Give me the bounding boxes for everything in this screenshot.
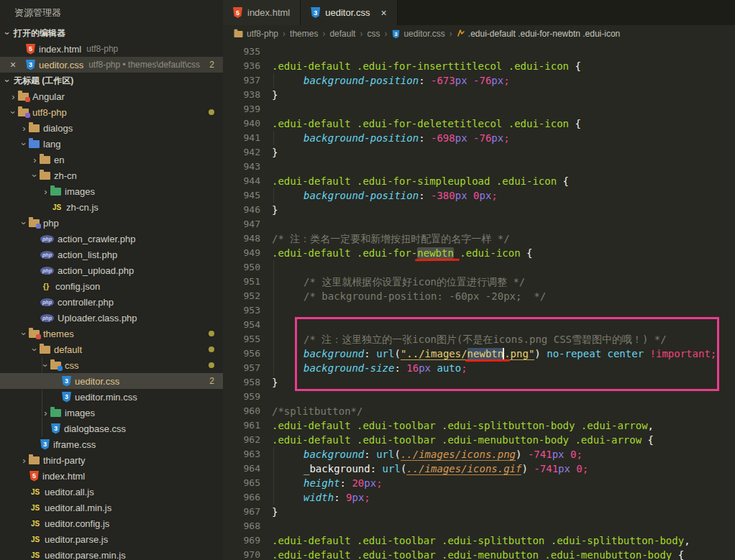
code-area[interactable]: 935936.edui-default .edui-for-inserttitl… — [223, 42, 735, 560]
code-line[interactable]: 942} — [223, 145, 735, 160]
tree-item-ueditor.all.min.js[interactable]: JSueditor.all.min.js — [0, 500, 223, 515]
code-line[interactable]: 967} — [223, 505, 735, 519]
line-number[interactable]: 959 — [223, 390, 260, 404]
code-line[interactable]: 953 — [223, 303, 735, 318]
tree-item-css[interactable]: ›css — [0, 357, 223, 373]
tab-index.html[interactable]: 5index.html — [223, 0, 301, 25]
line-number[interactable]: 968 — [223, 519, 260, 533]
line-number[interactable]: 950 — [223, 260, 260, 275]
open-editor-item-index.html[interactable]: 5index.htmlutf8-php — [0, 41, 223, 57]
chevron-down-icon[interactable]: › — [19, 139, 29, 149]
code-line[interactable]: 947 — [223, 217, 735, 231]
code-line[interactable]: 965 height: 20px; — [223, 476, 735, 490]
tree-item-ueditor.all.js[interactable]: JSueditor.all.js — [0, 484, 223, 500]
chevron-right-icon[interactable]: › — [19, 455, 29, 466]
line-number[interactable]: 938 — [223, 88, 260, 102]
line-number[interactable]: 940 — [223, 116, 260, 131]
line-number[interactable]: 942 — [223, 145, 260, 160]
tree-item-Uploader.class.php[interactable]: phpUploader.class.php — [0, 310, 223, 326]
line-number[interactable]: 937 — [223, 73, 260, 88]
code-line[interactable]: 938} — [223, 88, 735, 102]
tree-item-controller.php[interactable]: phpcontroller.php — [0, 294, 223, 310]
line-number[interactable]: 943 — [223, 160, 260, 174]
line-number[interactable]: 967 — [223, 505, 260, 519]
line-number[interactable]: 963 — [223, 447, 260, 462]
chevron-right-icon[interactable]: › — [9, 91, 18, 102]
code-line[interactable]: 966 width: 9px; — [223, 490, 735, 505]
chevron-down-icon[interactable]: › — [40, 361, 51, 370]
code-line[interactable]: 935 — [223, 45, 735, 59]
breadcrumb-item[interactable]: .edui-default .edui-for-newbtn .edui-ico… — [457, 29, 620, 40]
tree-item-images[interactable]: ›images — [0, 183, 223, 199]
code-line[interactable]: 955 /* 注：这里独立的一张icon图片(不是在icons.png CSS雪… — [223, 332, 735, 346]
line-number[interactable]: 949 — [223, 246, 260, 260]
line-number[interactable]: 939 — [223, 102, 260, 116]
tree-item-action_list.php[interactable]: phpaction_list.php — [0, 247, 223, 262]
tree-item-config.json[interactable]: {}config.json — [0, 278, 223, 294]
code-line[interactable]: 954 — [223, 318, 735, 332]
tree-item-utf8-php[interactable]: ›utf8-php — [0, 104, 223, 120]
tree-item-ueditor.css[interactable]: 3ueditor.css2 — [0, 373, 223, 389]
code-line[interactable]: 956 background: url("../images/newbtn.pn… — [223, 346, 735, 361]
code-line[interactable]: 950 — [223, 260, 735, 275]
line-number[interactable]: 954 — [223, 318, 260, 332]
tree-item-lang[interactable]: ›lang — [0, 136, 223, 152]
tree-item-ueditor.parse.js[interactable]: JSueditor.parse.js — [0, 531, 223, 547]
code-line[interactable]: 964 _background: url(../images/icons.gif… — [223, 462, 735, 476]
code-line[interactable]: 960/*splitbutton*/ — [223, 404, 735, 418]
code-line[interactable]: 969.edui-default .edui-toolbar .edui-spl… — [223, 533, 735, 548]
line-number[interactable]: 964 — [223, 462, 260, 476]
code-line[interactable]: 951 /* 这里就根据你设置好icon的位置进行调整 */ — [223, 275, 735, 289]
code-line[interactable]: 961.edui-default .edui-toolbar .edui-spl… — [223, 418, 735, 433]
code-line[interactable]: 948/* 注：类名一定要和新增按扭时配置的名字一样 */ — [223, 231, 735, 246]
code-line[interactable]: 939 — [223, 102, 735, 116]
code-line[interactable]: 937 background-position: -673px -76px; — [223, 73, 735, 88]
code-line[interactable]: 946} — [223, 203, 735, 217]
tree-item-en[interactable]: ›en — [0, 152, 223, 167]
breadcrumb-item[interactable]: css — [367, 29, 380, 39]
line-number[interactable]: 961 — [223, 418, 260, 433]
code-line[interactable]: 958} — [223, 375, 735, 390]
chevron-down-icon[interactable]: › — [29, 345, 40, 354]
line-number[interactable]: 944 — [223, 174, 260, 188]
tree-item-action_upload.php[interactable]: phpaction_upload.php — [0, 262, 223, 278]
tree-item-index.html[interactable]: 5index.html — [0, 468, 223, 484]
line-number[interactable]: 970 — [223, 548, 260, 560]
code-line[interactable]: 952 /* background-position: -60px -20px;… — [223, 289, 735, 303]
line-number[interactable]: 955 — [223, 332, 260, 346]
tree-item-Angular[interactable]: ›Angular — [0, 88, 223, 104]
chevron-down-icon[interactable]: › — [8, 108, 19, 117]
code-line[interactable]: 945 background-position: -380px 0px; — [223, 188, 735, 203]
breadcrumb-item[interactable]: 3ueditor.css — [391, 29, 444, 40]
tree-item-third-party[interactable]: ›third-party — [0, 452, 223, 468]
code-line[interactable]: 944.edui-default .edui-for-simpleupload … — [223, 174, 735, 188]
line-number[interactable]: 946 — [223, 203, 260, 217]
code-line[interactable]: 940.edui-default .edui-for-deletetitleco… — [223, 116, 735, 131]
close-icon[interactable]: × — [10, 57, 16, 73]
tree-item-action_crawler.php[interactable]: phpaction_crawler.php — [0, 231, 223, 247]
tree-item-php[interactable]: ›php — [0, 215, 223, 231]
chevron-down-icon[interactable]: › — [19, 329, 29, 339]
code-line[interactable]: 949.edui-default .edui-for-newbtn .edui-… — [223, 246, 735, 260]
breadcrumb-item[interactable]: default — [329, 29, 355, 39]
line-number[interactable]: 962 — [223, 433, 260, 447]
line-number[interactable]: 965 — [223, 476, 260, 490]
code-line[interactable]: 970.edui-default .edui-toolbar .edui-men… — [223, 548, 735, 560]
code-line[interactable]: 943 — [223, 160, 735, 174]
code-line[interactable]: 941 background-position: -698px -76px; — [223, 131, 735, 145]
code-line[interactable]: 957 background-size: 16px auto; — [223, 361, 735, 375]
code-line[interactable]: 959 — [223, 390, 735, 404]
workspace-header[interactable]: › 无标题 (工作区) — [0, 73, 223, 88]
open-editors-header[interactable]: › 打开的编辑器 — [0, 25, 223, 41]
line-number[interactable]: 960 — [223, 404, 260, 418]
chevron-right-icon[interactable]: › — [41, 408, 50, 418]
code-line[interactable]: 968 — [223, 519, 735, 533]
code-line[interactable]: 936.edui-default .edui-for-inserttitleco… — [223, 59, 735, 73]
line-number[interactable]: 945 — [223, 188, 260, 203]
line-number[interactable]: 948 — [223, 231, 260, 246]
line-number[interactable]: 953 — [223, 303, 260, 318]
code-line[interactable]: 963 background: url(../images/icons.png)… — [223, 447, 735, 462]
line-number[interactable]: 958 — [223, 375, 260, 390]
chevron-right-icon[interactable]: › — [30, 155, 40, 165]
tree-item-themes[interactable]: ›themes — [0, 326, 223, 341]
